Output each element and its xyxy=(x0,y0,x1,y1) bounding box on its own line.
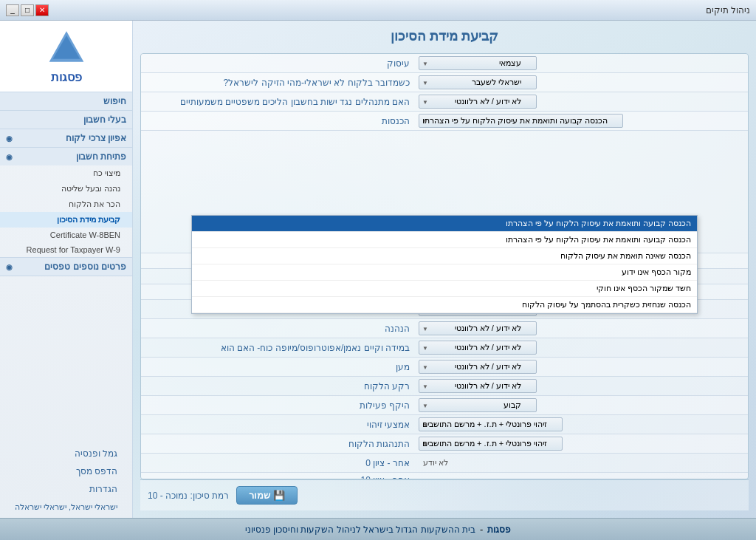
label-cell: היקף פעילות xyxy=(141,396,414,415)
zika-dropdown[interactable]: ישראלי לשעבר xyxy=(419,75,537,89)
expand-icon-extras: ◉ xyxy=(6,263,13,271)
close-button[interactable]: ✕ xyxy=(35,4,49,16)
sidebar-section-account: בעלי חשבון xyxy=(0,111,132,129)
zihuy-dropdown[interactable]: זיהוי פרונטלי + ת.ז. + מרשם התושבים xyxy=(419,417,563,431)
value-cell: לא ידוע / לא רלוונטי xyxy=(414,358,748,377)
dropdown-popup: הכנסה קבועה ותואמת את עיסוק הלקוח על פי … xyxy=(191,215,698,314)
reka-dropdown[interactable]: לא ידוע / לא רלוונטי xyxy=(419,379,537,393)
value-cell: קבוע xyxy=(414,396,748,415)
dropdown-row: עצמאי xyxy=(419,56,743,70)
value-cell: לא יודע xyxy=(414,454,748,473)
popup-item[interactable]: הכנסה שאינה תואמת את עיסוק הלקוח xyxy=(192,248,697,264)
sidebar-header-open[interactable]: פתיחת חשבון ◉ xyxy=(0,148,132,165)
sidebar-item-settings[interactable]: הגדרות xyxy=(7,480,125,498)
label-cell: במידה וקיים נאמן/אפוטרופוס/מיופה כוח- הא… xyxy=(141,338,414,358)
status-text: בית ההשקעות הגדול בישראל לניהול השקעות ו… xyxy=(245,524,475,535)
label-cell: כשמדובר בלקוח לא ישראלי-מהי הזיקה לישראל… xyxy=(141,73,414,92)
sidebar-bottom: גמל ופנסיה הדפס מסך הגדרות ישראלי ישראל,… xyxy=(0,439,132,518)
value-cell: לא ידוע / לא רלוונטי xyxy=(414,377,748,396)
save-disk-icon: 💾 xyxy=(273,490,285,501)
save-button[interactable]: 💾 שמור xyxy=(236,486,298,505)
sidebar-item-risk[interactable]: קביעת מידת הסיכון xyxy=(0,212,132,228)
other0-value: לא יודע xyxy=(419,456,453,470)
label-cell: עיסוק xyxy=(141,54,414,73)
logo-icon xyxy=(48,28,85,65)
sidebar-section-open: פתיחת חשבון ◉ מיצוי כח נהנה ובעל שליטה ה… xyxy=(0,148,132,258)
label-cell: הכנסות xyxy=(141,112,414,131)
neman-dropdown[interactable]: לא ידוע / לא רלוונטי xyxy=(419,341,537,355)
logo-name: פסגות xyxy=(7,70,125,84)
sidebar-item-miyuy[interactable]: מיצוי כח xyxy=(0,165,132,181)
value-cell: ישראלי לשעבר xyxy=(414,73,748,92)
sidebar-header-extras[interactable]: פרטים נוספים טפסים ◉ xyxy=(0,258,132,276)
table-row: ישראלי לשעבר כשמדובר בלקוח לא ישראלי-מהי… xyxy=(141,73,748,92)
label-cell: אמצעי זיהוי xyxy=(141,415,414,434)
value-cell: עצמאי xyxy=(414,54,748,73)
form-table: עצמאי עיסוק ישראלי לשעבר כשמדובר בלקוח ל… xyxy=(141,54,748,131)
label-cell: רקע הלקוח xyxy=(141,377,414,396)
save-row: 💾 שמור רמת סיכון: נמוכה - 10 xyxy=(140,479,749,510)
minimize-button[interactable]: _ xyxy=(6,4,19,16)
dropdown-row: הכנסה קבועה ותואמת את עיסוק הלקוח על פי … xyxy=(419,114,743,128)
value-cell: זיהוי פרונטלי + ת.ז. + מרשם התושבים xyxy=(414,434,748,454)
content-area: קביעת מידת הסיכון עצמאי עיסוק xyxy=(133,21,756,518)
value-cell: הכנסה קבועה ותואמת את עיסוק הלקוח על פי … xyxy=(414,112,748,131)
table-row: זיהוי פרונטלי + ת.ז. + מרשם התושבים התנה… xyxy=(141,434,748,454)
sidebar-item-pension[interactable]: גמל ופנסיה xyxy=(7,445,125,462)
label-cell: מען xyxy=(141,358,414,377)
sidebar-item-cert[interactable]: Certificate W-8BEN xyxy=(0,228,132,242)
hanane-dropdown[interactable]: לא ידוע / לא רלוונטי xyxy=(419,321,537,335)
mishpati-dropdown[interactable]: לא ידוע / לא רלוונטי xyxy=(419,95,537,109)
hitnahagut-dropdown[interactable]: זיהוי פרונטלי + ת.ז. + מרשם התושבים xyxy=(419,437,563,451)
table-row: קבוע היקף פעילות xyxy=(141,396,748,415)
main-container: קביעת מידת הסיכון עצמאי עיסוק xyxy=(0,21,756,518)
sidebar-section-afion: אפיון צרכי לקוח ◉ xyxy=(0,129,132,148)
label-cell: אחר - ציון 0 xyxy=(141,454,414,473)
maximize-button[interactable]: □ xyxy=(21,4,34,16)
table-row: זיהוי פרונטלי + ת.ז. + מרשם התושבים אמצע… xyxy=(141,415,748,434)
svg-marker-1 xyxy=(52,35,80,59)
sidebar-section-extras: פרטים נוספים טפסים ◉ xyxy=(0,258,132,276)
sidebar-item-haker[interactable]: הכר את הלקוח xyxy=(0,196,132,212)
label-cell: התנהגות הלקוח xyxy=(141,434,414,454)
table-row: לא ידוע / לא רלוונטי האם מתנהלים נגד ישו… xyxy=(141,92,748,112)
title-bar: ניהול תיקים _ □ ✕ xyxy=(0,0,756,21)
expand-icon-open: ◉ xyxy=(6,153,13,161)
sidebar-section-search: חיפוש xyxy=(0,92,132,111)
sidebar-header-afion[interactable]: אפיון צרכי לקוח ◉ xyxy=(0,129,132,147)
sidebar-item-print[interactable]: הדפס מסך xyxy=(7,462,125,480)
logo-area: פסגות xyxy=(0,21,132,92)
label-cell: האם מתנהלים נגד ישות בחשבון הליכים משפטי… xyxy=(141,92,414,112)
value-cell: לא ידוע / לא רלוונטי xyxy=(414,319,748,338)
popup-item[interactable]: חשד שמקור הכסף אינו חוקי xyxy=(192,281,697,297)
popup-item[interactable]: הכנסה קבועה ותואמת את עיסוק הלקוח על פי … xyxy=(192,216,697,232)
value-cell: לא ידוע / לא רלוונטי xyxy=(414,92,748,112)
hachnasot-dropdown[interactable]: הכנסה קבועה ותואמת את עיסוק הלקוח על פי … xyxy=(419,114,623,128)
sidebar-header-search[interactable]: חיפוש xyxy=(0,92,132,110)
table-row: לא ידוע / לא רלוונטי הנהנה xyxy=(141,319,748,338)
table-row: הכנסה קבועה ותואמת את עיסוק הלקוח על פי … xyxy=(141,112,748,131)
sidebar-header-account[interactable]: בעלי חשבון xyxy=(0,111,132,129)
value-cell: לא ידוע / לא רלוונטי xyxy=(414,338,748,358)
value-cell xyxy=(414,473,748,480)
page-title: קביעת מידת הסיכון xyxy=(140,28,749,44)
expand-icon: ◉ xyxy=(6,134,13,143)
separator: - xyxy=(480,524,483,535)
form-container: עצמאי עיסוק ישראלי לשעבר כשמדובר בלקוח ל… xyxy=(140,53,749,479)
popup-item[interactable]: הכנסה שנחזית כשקרית בהסתמך על עיסוק הלקו… xyxy=(192,297,697,313)
sidebar-item-nahane[interactable]: נהנה ובעל שליטה xyxy=(0,181,132,196)
window-controls: _ □ ✕ xyxy=(6,4,49,16)
table-row: אחר - ציון 10 xyxy=(141,473,748,480)
heikef-dropdown[interactable]: קבוע xyxy=(419,398,537,412)
dropdown-row: לא ידוע / לא רלוונטי xyxy=(419,95,743,109)
eisuk-dropdown[interactable]: עצמאי xyxy=(419,56,537,70)
value-cell: זיהוי פרונטלי + ת.ז. + מרשם התושבים xyxy=(414,415,748,434)
status-bar: פסגות - בית ההשקעות הגדול בישראל לניהול … xyxy=(0,518,756,540)
sidebar: פסגות חיפוש בעלי חשבון אפיון צרכי לקוח ◉… xyxy=(0,21,133,518)
popup-item[interactable]: מקור הכסף אינו ידוע xyxy=(192,264,697,281)
table-row: לא ידוע / לא רלוונטי מען xyxy=(141,358,748,377)
table-row: לא ידוע / לא רלוונטי רקע הלקוח xyxy=(141,377,748,396)
sidebar-item-request[interactable]: Request for Taxpayer W-9 xyxy=(0,242,132,257)
mean-dropdown[interactable]: לא ידוע / לא רלוונטי xyxy=(419,360,537,374)
popup-item[interactable]: הכנסה קבועה ותואמת את עיסוק הלקוח על פי … xyxy=(192,232,697,248)
